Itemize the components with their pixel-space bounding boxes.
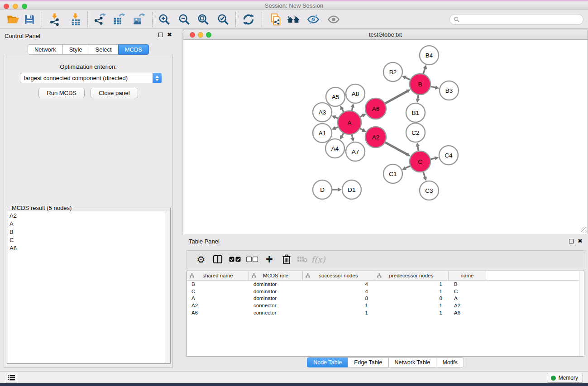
close-panel-icon[interactable]: ✖	[167, 33, 172, 37]
node-A4[interactable]: A4	[325, 139, 344, 158]
table-row[interactable]: Adominator80A	[187, 295, 584, 302]
cell-successor-nodes[interactable]: 1	[303, 303, 374, 308]
edge-A-A5[interactable]	[342, 109, 344, 112]
cell-predecessor-nodes[interactable]: 1	[374, 281, 449, 287]
edge-A-A4[interactable]	[342, 133, 344, 137]
cell-MCDS-role[interactable]: dominator	[249, 295, 303, 301]
memory-button[interactable]: Memory	[547, 373, 583, 383]
hide-panels-eye-icon[interactable]	[306, 12, 320, 27]
cell-name[interactable]: C	[449, 289, 486, 294]
deselect-all-icon[interactable]	[245, 253, 259, 266]
node-A7[interactable]: A7	[346, 142, 365, 161]
export-table-icon[interactable]	[111, 12, 126, 27]
tab-node-table[interactable]: Node Table	[307, 357, 348, 367]
node-table[interactable]: shared nameMCDS rolesuccessor nodesprede…	[186, 271, 584, 357]
edge-A2-C[interactable]	[385, 143, 407, 155]
node-A8[interactable]: A8	[346, 84, 365, 103]
mcds-result-list[interactable]: A2ABCA6	[8, 211, 170, 363]
clone-network-icon[interactable]	[268, 12, 283, 27]
add-column-icon[interactable]: +	[263, 253, 276, 266]
node-A[interactable]: A	[338, 111, 361, 134]
edge-A-A6[interactable]	[360, 115, 363, 117]
list-item[interactable]: B	[8, 228, 170, 236]
edge-B-B1[interactable]	[418, 95, 419, 100]
list-item[interactable]: A2	[8, 211, 170, 219]
export-network-icon[interactable]	[92, 12, 107, 27]
cell-shared-name[interactable]: A2	[187, 303, 249, 308]
table-settings-gear-icon[interactable]: ⚙	[194, 253, 208, 266]
float-panel-icon[interactable]	[158, 33, 163, 37]
cell-MCDS-role[interactable]: dominator	[249, 289, 303, 294]
close-panel-icon[interactable]: ✖	[578, 239, 583, 243]
cell-predecessor-nodes[interactable]: 1	[374, 303, 449, 308]
refresh-icon[interactable]	[241, 12, 256, 27]
cell-name[interactable]: A2	[449, 303, 486, 308]
table-scrollbar[interactable]	[579, 271, 584, 356]
cell-shared-name[interactable]: A6	[187, 310, 249, 315]
cell-name[interactable]: A6	[449, 310, 486, 315]
node-C[interactable]: C	[410, 151, 430, 172]
tab-edge-table[interactable]: Edge Table	[348, 357, 388, 367]
node-C4[interactable]: C4	[439, 146, 458, 165]
zoom-in-icon[interactable]	[157, 12, 172, 27]
table-row[interactable]: Bdominator41B	[187, 281, 584, 288]
delete-table-icon[interactable]	[296, 253, 309, 266]
table-row[interactable]: A2connector11A2	[187, 302, 584, 309]
edge-A6-B[interactable]	[385, 91, 407, 103]
node-A5[interactable]: A5	[326, 87, 345, 106]
column-header-MCDS-role[interactable]: MCDS role	[249, 271, 303, 280]
edge-A-A3[interactable]	[335, 117, 338, 119]
node-B[interactable]: B	[410, 74, 430, 95]
tab-network[interactable]: Network	[28, 44, 63, 55]
column-header-successor-nodes[interactable]: successor nodes	[303, 271, 374, 280]
cell-MCDS-role[interactable]: connector	[249, 303, 303, 308]
tab-network-table[interactable]: Network Table	[388, 357, 437, 367]
home-icon[interactable]	[286, 12, 301, 27]
task-history-list-icon[interactable]	[6, 373, 17, 382]
list-item[interactable]: A	[8, 219, 170, 228]
list-item[interactable]: A6	[8, 244, 170, 252]
cell-successor-nodes[interactable]: 8	[303, 295, 374, 301]
delete-column-trash-icon[interactable]	[280, 253, 293, 266]
edge-C-C4[interactable]	[430, 158, 435, 159]
column-header-predecessor-nodes[interactable]: predecessor nodes	[374, 271, 449, 280]
edge-A-A2[interactable]	[360, 129, 363, 130]
node-D[interactable]: D	[313, 180, 332, 199]
node-C1[interactable]: C1	[383, 164, 402, 183]
edge-A-A7[interactable]	[352, 134, 353, 138]
open-session-icon[interactable]	[6, 12, 20, 27]
import-network-icon[interactable]	[48, 12, 62, 27]
run-mcds-button[interactable]: Run MCDS	[38, 88, 85, 98]
cell-shared-name[interactable]: A	[187, 295, 249, 301]
window-resize-grip[interactable]	[581, 227, 587, 233]
edge-B-B2[interactable]	[405, 77, 410, 80]
cell-MCDS-role[interactable]: connector	[249, 310, 303, 315]
list-item[interactable]: C	[8, 236, 170, 244]
cell-shared-name[interactable]: C	[187, 289, 249, 294]
network-graph[interactable]: B4B2BB3B1A5A8A6A3AA1A4A7A2C2C4CC1C3DD1	[183, 40, 588, 234]
node-A1[interactable]: A1	[313, 124, 332, 143]
cell-MCDS-role[interactable]: dominator	[249, 281, 303, 287]
edge-C-C2[interactable]	[418, 146, 419, 151]
cell-name[interactable]: B	[449, 281, 486, 287]
zoom-selected-icon[interactable]	[216, 12, 230, 27]
edge-B-B3[interactable]	[430, 86, 435, 87]
cell-successor-nodes[interactable]: 4	[303, 289, 374, 294]
edge-B-B4[interactable]	[423, 68, 425, 74]
import-table-icon[interactable]	[68, 12, 83, 27]
search-input[interactable]	[460, 16, 583, 23]
tab-select[interactable]: Select	[89, 44, 119, 55]
export-image-icon[interactable]	[131, 12, 146, 27]
node-D1[interactable]: D1	[342, 180, 361, 199]
select-all-checked-icon[interactable]	[228, 253, 242, 266]
column-layout-icon[interactable]	[211, 253, 225, 266]
table-row[interactable]: A6connector11A6	[187, 309, 584, 316]
node-B3[interactable]: B3	[440, 81, 459, 100]
node-A6[interactable]: A6	[365, 98, 386, 119]
cell-name[interactable]: A	[449, 295, 486, 301]
edge-A-A1[interactable]	[335, 127, 338, 129]
function-fx-icon[interactable]: f(x)	[311, 253, 325, 266]
tab-style[interactable]: Style	[62, 44, 89, 55]
node-C3[interactable]: C3	[420, 181, 439, 200]
network-canvas[interactable]: B4B2BB3B1A5A8A6A3AA1A4A7A2C2C4CC1C3DD1	[183, 40, 588, 234]
